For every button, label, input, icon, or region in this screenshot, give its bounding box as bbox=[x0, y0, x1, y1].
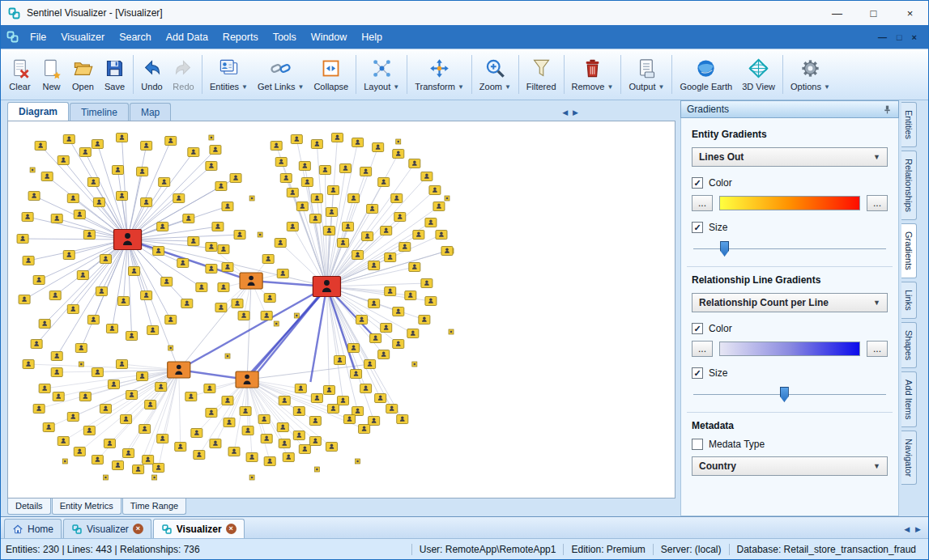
side-tab-relationships[interactable]: Relationships bbox=[901, 151, 917, 220]
graph-entity-node[interactable] bbox=[385, 287, 396, 296]
graph-entity-node[interactable] bbox=[275, 239, 286, 248]
graph-entity-node[interactable] bbox=[123, 449, 134, 458]
graph-entity-node[interactable] bbox=[425, 218, 437, 227]
graph-entity-node[interactable] bbox=[331, 134, 343, 142]
graph-entity-node[interactable] bbox=[373, 143, 384, 152]
graph-entity-node[interactable] bbox=[165, 137, 177, 146]
graph-entity-node[interactable] bbox=[92, 368, 103, 377]
graph-dot-node[interactable] bbox=[412, 362, 417, 367]
graph-entity-node[interactable] bbox=[230, 174, 241, 183]
graph-dot-node[interactable] bbox=[274, 321, 279, 326]
graph-entity-node[interactable] bbox=[399, 243, 411, 252]
graph-entity-node[interactable] bbox=[23, 360, 34, 369]
graph-entity-node[interactable] bbox=[126, 332, 138, 341]
graph-entity-node[interactable] bbox=[326, 443, 337, 452]
graph-entity-node[interactable] bbox=[96, 287, 107, 296]
graph-dot-node[interactable] bbox=[225, 354, 230, 358]
tab-time-range[interactable]: Time Range bbox=[122, 498, 187, 515]
graph-entity-node[interactable] bbox=[224, 418, 235, 427]
tab-nav-left-icon[interactable]: ◀ bbox=[562, 108, 568, 117]
graph-entity-node[interactable] bbox=[344, 415, 356, 424]
graph-entity-node[interactable] bbox=[311, 194, 322, 203]
graph-entity-node[interactable] bbox=[51, 368, 62, 377]
chevron-down-icon[interactable]: ▼ bbox=[241, 83, 248, 91]
graph-entity-node[interactable] bbox=[309, 214, 321, 223]
window-tab-visualizer[interactable]: Visualizer× bbox=[153, 519, 245, 538]
entity-color-checkbox[interactable]: ✓ bbox=[692, 177, 703, 189]
graph-entity-node[interactable] bbox=[157, 223, 168, 231]
graph-entity-node[interactable] bbox=[327, 186, 339, 195]
graph-entity-node[interactable] bbox=[159, 178, 170, 187]
graph-entity-node[interactable] bbox=[386, 405, 398, 414]
menu-item-reports[interactable]: Reports bbox=[215, 27, 266, 48]
mdi-restore-icon[interactable]: □ bbox=[897, 32, 902, 42]
graph-entity-node[interactable] bbox=[327, 405, 339, 414]
graph-dot-node[interactable] bbox=[356, 459, 360, 464]
toolbar-open-button[interactable]: Open bbox=[67, 51, 99, 98]
graph-entity-node[interactable] bbox=[33, 276, 45, 285]
relationship-size-checkbox[interactable]: ✓ bbox=[692, 367, 703, 379]
graph-entity-node[interactable] bbox=[360, 168, 372, 176]
graph-entity-node[interactable] bbox=[77, 271, 88, 280]
graph-entity-node[interactable] bbox=[143, 456, 154, 465]
graph-entity-node[interactable] bbox=[67, 194, 79, 203]
graph-entity-node[interactable] bbox=[23, 257, 34, 265]
graph-entity-node[interactable] bbox=[112, 166, 123, 175]
graph-entity-node[interactable] bbox=[343, 223, 354, 231]
toolbar-collapse-button[interactable]: Collapse bbox=[309, 51, 353, 98]
graph-dot-node[interactable] bbox=[249, 475, 254, 480]
graph-entity-node[interactable] bbox=[215, 182, 227, 191]
tab-diagram[interactable]: Diagram bbox=[7, 102, 69, 121]
entity-gradient-start-button[interactable]: ... bbox=[692, 195, 713, 211]
tab-nav-left-icon[interactable]: ◀ bbox=[904, 525, 910, 533]
graph-entity-node[interactable] bbox=[348, 194, 360, 203]
graph-entity-node[interactable] bbox=[287, 189, 298, 197]
graph-dot-node[interactable] bbox=[294, 313, 299, 318]
graph-entity-node[interactable] bbox=[75, 344, 87, 353]
menu-item-search[interactable]: Search bbox=[112, 27, 159, 48]
graph-entity-node[interactable] bbox=[378, 178, 390, 187]
graph-entity-node[interactable] bbox=[381, 324, 392, 333]
mdi-close-icon[interactable]: × bbox=[912, 32, 917, 42]
graph-entity-node[interactable] bbox=[58, 437, 69, 446]
graph-hub-node[interactable] bbox=[168, 362, 190, 378]
menu-item-visualizer[interactable]: Visualizer bbox=[53, 27, 112, 48]
tab-details[interactable]: Details bbox=[7, 498, 51, 515]
graph-entity-node[interactable] bbox=[352, 138, 364, 147]
graph-entity-node[interactable] bbox=[87, 316, 99, 325]
graph-entity-node[interactable] bbox=[100, 405, 111, 414]
graph-entity-node[interactable] bbox=[441, 247, 453, 256]
graph-entity-node[interactable] bbox=[429, 186, 441, 195]
graph-entity-node[interactable] bbox=[261, 312, 272, 320]
graph-entity-node[interactable] bbox=[19, 295, 30, 304]
graph-entity-node[interactable] bbox=[43, 423, 54, 432]
graph-entity-node[interactable] bbox=[240, 407, 251, 416]
graph-entity-node[interactable] bbox=[334, 356, 345, 365]
graph-dot-node[interactable] bbox=[209, 135, 214, 140]
graph-entity-node[interactable] bbox=[271, 142, 282, 151]
graph-dot-node[interactable] bbox=[62, 459, 67, 464]
graph-entity-node[interactable] bbox=[53, 392, 64, 401]
graph-entity-node[interactable] bbox=[188, 148, 199, 157]
graph-entity-node[interactable] bbox=[433, 202, 445, 211]
graph-entity-node[interactable] bbox=[339, 164, 351, 173]
graph-entity-node[interactable] bbox=[323, 386, 335, 395]
graph-entity-node[interactable] bbox=[126, 391, 138, 400]
graph-entity-node[interactable] bbox=[242, 426, 254, 435]
graph-entity-node[interactable] bbox=[293, 407, 305, 416]
graph-entity-node[interactable] bbox=[173, 194, 185, 203]
graph-entity-node[interactable] bbox=[393, 150, 404, 159]
graph-entity-node[interactable] bbox=[367, 205, 378, 214]
side-tab-gradients[interactable]: Gradients bbox=[901, 223, 917, 278]
entity-size-checkbox[interactable]: ✓ bbox=[692, 222, 703, 233]
mdi-minimize-icon[interactable]: — bbox=[878, 32, 887, 42]
graph-entity-node[interactable] bbox=[407, 329, 419, 338]
graph-entity-node[interactable] bbox=[277, 269, 288, 278]
graph-entity-node[interactable] bbox=[181, 299, 193, 308]
graph-entity-node[interactable] bbox=[436, 231, 447, 240]
graph-entity-node[interactable] bbox=[369, 261, 380, 270]
graph-entity-node[interactable] bbox=[51, 214, 62, 223]
graph-entity-node[interactable] bbox=[222, 202, 233, 211]
graph-entity-node[interactable] bbox=[147, 326, 159, 335]
chevron-down-icon[interactable]: ▼ bbox=[297, 83, 304, 91]
